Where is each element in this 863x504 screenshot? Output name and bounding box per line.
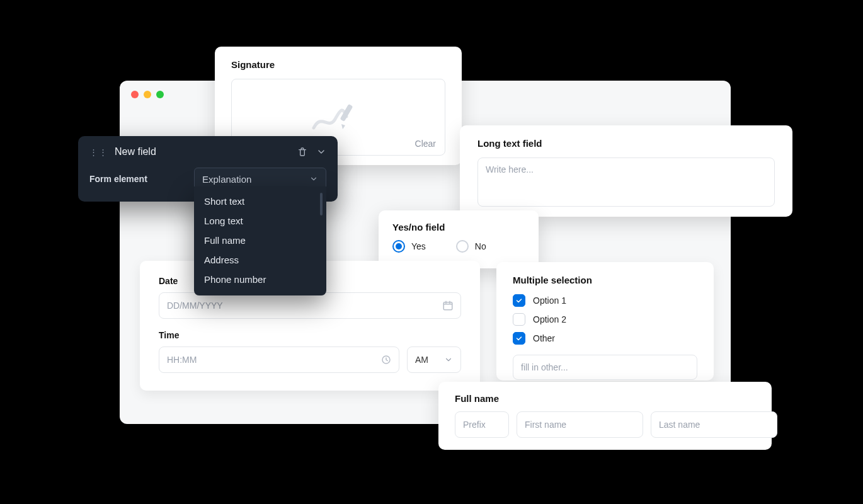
chevron-down-icon <box>444 355 453 364</box>
checkbox-label: Other <box>533 333 555 343</box>
prefix-input[interactable] <box>455 411 509 438</box>
chevron-down-icon <box>309 175 318 183</box>
svg-rect-0 <box>340 104 353 122</box>
ampm-value: AM <box>415 355 428 365</box>
long-text-input[interactable] <box>477 158 775 207</box>
yes-no-title: Yes/no field <box>392 222 525 232</box>
dropdown-option-phone-number[interactable]: Phone number <box>194 270 326 289</box>
calendar-icon[interactable] <box>442 300 454 311</box>
clock-icon[interactable] <box>380 354 392 365</box>
radio-no-label: No <box>475 241 486 251</box>
radio-circle-icon <box>392 240 405 253</box>
yes-no-card: Yes/no field Yes No <box>379 210 539 268</box>
other-input[interactable] <box>513 355 697 380</box>
full-name-title: Full name <box>455 393 755 404</box>
dropdown-option-full-name[interactable]: Full name <box>194 231 326 250</box>
full-name-card: Full name <box>438 382 772 450</box>
dropdown-option-short-text[interactable]: Short text <box>194 192 326 211</box>
time-label: Time <box>159 330 461 340</box>
first-name-input[interactable] <box>517 411 643 438</box>
dropdown-scrollbar[interactable] <box>320 193 323 215</box>
multiple-selection-card: Multiple selection Option 1 Option 2 Oth… <box>496 262 714 381</box>
dropdown-option-address[interactable]: Address <box>194 250 326 270</box>
long-text-card: Long text field <box>460 125 792 217</box>
checkbox-icon <box>513 313 525 326</box>
checkbox-icon <box>513 332 525 345</box>
svg-rect-2 <box>443 302 452 310</box>
radio-circle-icon <box>456 240 469 253</box>
radio-yes[interactable]: Yes <box>392 240 426 253</box>
long-text-title: Long text field <box>477 138 775 149</box>
close-window-icon[interactable] <box>131 91 139 98</box>
form-element-label: Form element <box>89 174 147 184</box>
dropdown-option-long-text[interactable]: Long text <box>194 211 326 231</box>
signature-title: Signature <box>231 59 445 70</box>
checkbox-icon <box>513 294 525 307</box>
checkbox-other[interactable]: Other <box>513 332 697 345</box>
window-traffic-lights <box>131 91 164 98</box>
checkbox-option-2[interactable]: Option 2 <box>513 313 697 326</box>
signature-icon <box>310 100 367 134</box>
checkbox-label: Option 1 <box>533 295 566 306</box>
checkbox-label: Option 2 <box>533 314 566 324</box>
time-input[interactable] <box>159 346 399 373</box>
checkbox-option-1[interactable]: Option 1 <box>513 294 697 307</box>
radio-yes-label: Yes <box>411 241 426 251</box>
ampm-select[interactable]: AM <box>407 346 461 373</box>
drag-handle-icon[interactable]: ⋮⋮ <box>89 148 108 156</box>
svg-marker-1 <box>341 124 345 129</box>
multiple-selection-title: Multiple selection <box>513 275 697 285</box>
minimize-window-icon[interactable] <box>144 91 151 98</box>
trash-icon[interactable] <box>297 147 307 157</box>
new-field-title: New field <box>115 146 156 158</box>
last-name-input[interactable] <box>651 411 777 438</box>
date-input[interactable] <box>159 292 461 319</box>
radio-no[interactable]: No <box>456 240 486 253</box>
form-element-dropdown: Short text Long text Full name Address P… <box>194 186 326 295</box>
form-element-value: Explanation <box>202 174 251 185</box>
signature-clear-button[interactable]: Clear <box>415 139 436 149</box>
maximize-window-icon[interactable] <box>156 91 164 98</box>
collapse-icon[interactable] <box>316 147 326 157</box>
